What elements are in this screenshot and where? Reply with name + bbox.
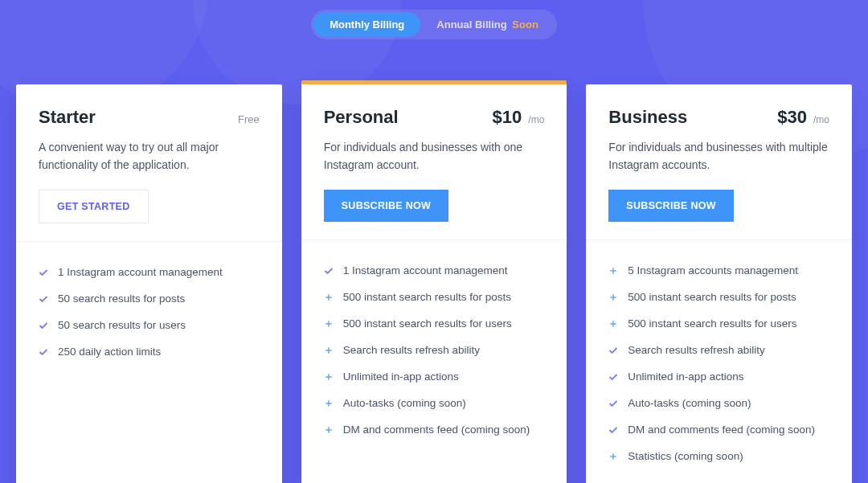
plan-starter-features: 1 Instagram account management50 search …	[16, 242, 282, 388]
plan-personal-price: $10 /mo	[492, 107, 544, 128]
billing-annual-tab[interactable]: Annual Billing Soon	[420, 12, 555, 37]
plus-icon	[324, 293, 334, 302]
feature-text: 1 Instagram account management	[343, 264, 508, 279]
feature-text: Auto-tasks (coming soon)	[343, 396, 466, 411]
plus-icon	[324, 346, 334, 355]
plan-starter-card: Starter Free A convenient way to try out…	[16, 84, 282, 483]
feature-text: DM and comments feed (coming soon)	[628, 423, 815, 438]
feature-item: Unlimited in-app actions	[324, 364, 545, 391]
plus-icon	[324, 319, 334, 329]
feature-item: 500 instant search results for users	[324, 311, 545, 338]
subscribe-now-business-button[interactable]: SUBSCRIBE NOW	[608, 190, 734, 222]
feature-text: Search results refresh ability	[343, 343, 480, 358]
plan-personal-price-period: /mo	[528, 114, 544, 125]
billing-annual-label: Annual Billing	[436, 18, 506, 31]
feature-text: 5 Instagram accounts management	[628, 264, 798, 279]
plan-business-price-amount: $30	[777, 107, 807, 127]
plan-personal-price-amount: $10	[492, 107, 522, 127]
plan-business-features: 5 Instagram accounts management500 insta…	[586, 240, 852, 483]
check-icon	[608, 399, 618, 408]
feature-item: 1 Instagram account management	[39, 260, 260, 286]
plan-business-title: Business	[608, 107, 687, 128]
plus-icon	[608, 293, 618, 302]
feature-text: 1 Instagram account management	[58, 265, 223, 280]
check-icon	[608, 372, 618, 382]
feature-item: 500 instant search results for posts	[608, 284, 829, 311]
plan-starter-desc: A convenient way to try out all major fu…	[39, 139, 260, 174]
plan-personal-features: 1 Instagram account management500 instan…	[301, 240, 567, 465]
feature-item: Auto-tasks (coming soon)	[324, 391, 545, 417]
feature-item: 5 Instagram accounts management	[608, 258, 829, 284]
feature-text: 50 search results for users	[58, 318, 186, 334]
check-icon	[39, 347, 48, 357]
check-icon	[39, 268, 48, 277]
plan-business-price: $30 /mo	[777, 107, 829, 128]
feature-text: 250 daily action limits	[58, 345, 161, 360]
feature-text: Auto-tasks (coming soon)	[628, 396, 751, 411]
feature-text: Unlimited in-app actions	[628, 370, 743, 385]
subscribe-now-personal-button[interactable]: SUBSCRIBE NOW	[324, 190, 449, 222]
billing-annual-badge: Soon	[512, 18, 538, 31]
plus-icon	[324, 425, 334, 435]
feature-item: Statistics (coming soon)	[608, 444, 829, 470]
feature-item: 50 search results for posts	[39, 286, 260, 313]
plan-personal-title: Personal	[324, 107, 399, 128]
feature-item: 500 instant search results for users	[608, 311, 829, 338]
feature-text: 50 search results for posts	[58, 292, 185, 307]
plan-business-price-period: /mo	[813, 114, 829, 125]
feature-item: 1 Instagram account management	[324, 258, 545, 284]
plan-business-desc: For individuals and businesses with mult…	[608, 139, 829, 174]
plus-icon	[608, 319, 618, 329]
get-started-button[interactable]: GET STARTED	[39, 190, 149, 223]
check-icon	[608, 425, 618, 435]
feature-item: Search results refresh ability	[608, 338, 829, 364]
feature-item: 500 instant search results for posts	[324, 284, 545, 311]
feature-text: 500 instant search results for posts	[343, 290, 511, 305]
feature-item: 50 search results for users	[39, 313, 260, 339]
feature-item: DM and comments feed (coming soon)	[608, 417, 829, 444]
check-icon	[608, 346, 618, 355]
feature-text: Unlimited in-app actions	[343, 370, 459, 385]
feature-item: Auto-tasks (coming soon)	[608, 391, 829, 417]
plan-starter-title: Starter	[39, 107, 96, 128]
plan-personal-card: Personal $10 /mo For individuals and bus…	[301, 80, 567, 483]
billing-monthly-tab[interactable]: Monthly Billing	[313, 12, 420, 37]
feature-text: 500 instant search results for users	[343, 317, 512, 332]
plus-icon	[608, 266, 618, 276]
feature-item: 250 daily action limits	[39, 339, 260, 366]
feature-item: Unlimited in-app actions	[608, 364, 829, 391]
check-icon	[39, 321, 48, 330]
feature-item: DM and comments feed (coming soon)	[324, 417, 545, 444]
plus-icon	[324, 372, 334, 382]
billing-toggle: Monthly Billing Annual Billing Soon	[311, 10, 557, 39]
feature-item: Search results refresh ability	[324, 338, 545, 364]
feature-text: Statistics (coming soon)	[628, 449, 743, 465]
plan-business-card: Business $30 /mo For individuals and bus…	[586, 84, 852, 483]
check-icon	[324, 266, 334, 276]
feature-text: DM and comments feed (coming soon)	[343, 423, 530, 438]
feature-text: 500 instant search results for posts	[628, 290, 796, 305]
plan-personal-desc: For individuals and businesses with one …	[324, 139, 545, 174]
plus-icon	[324, 399, 334, 408]
check-icon	[39, 294, 48, 304]
feature-text: 500 instant search results for users	[628, 317, 796, 332]
plan-starter-price: Free	[238, 113, 260, 125]
plus-icon	[608, 452, 618, 461]
feature-text: Search results refresh ability	[628, 343, 764, 358]
